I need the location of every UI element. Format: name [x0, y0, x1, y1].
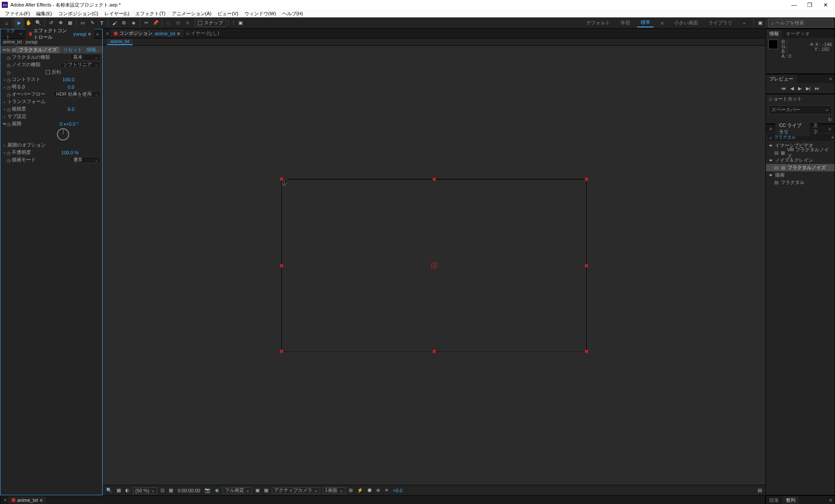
transparency-grid-icon[interactable]: ▩ — [168, 487, 174, 493]
resize-handle[interactable] — [433, 350, 436, 353]
roi-icon[interactable]: ⊡ — [160, 487, 165, 493]
resize-handle[interactable] — [585, 178, 588, 181]
preview-tab[interactable]: プレビュー — [766, 75, 797, 83]
minimize-button[interactable]: — — [786, 0, 802, 10]
snap-opts-icon[interactable]: ⋮⋮ — [226, 18, 236, 28]
3d-view-icon[interactable]: ▦ — [263, 487, 269, 493]
brush-tool[interactable]: 🖌 — [110, 18, 119, 28]
evolution-value[interactable]: 0 x+0.0 ° — [58, 121, 79, 127]
workspace-small[interactable]: 小さい画面 — [671, 19, 701, 27]
opacity-value[interactable]: 100.0 % — [60, 150, 79, 155]
effect-item-fractal[interactable]: ▤フラクタル — [766, 179, 835, 186]
snap-toggle[interactable]: スナップ — [195, 19, 226, 27]
resolution-dropdown[interactable]: フル画質⌄ — [223, 487, 252, 494]
mask-icon[interactable]: ◐ — [124, 487, 130, 493]
menu-edit[interactable]: 編集(E) — [33, 10, 55, 17]
effect-item-vr-fractal[interactable]: ▤▦VR フラクタルノイズ — [766, 149, 835, 157]
roto-tool[interactable]: ✂ — [141, 18, 151, 28]
prev-frame-button[interactable]: ◀ — [790, 86, 794, 91]
anchor-icon[interactable]: ⊕ — [183, 18, 192, 28]
effect-item-fractal-noise[interactable]: ▤▦フラクタルノイズ — [766, 164, 835, 171]
menu-file[interactable]: ファイル(F) — [2, 10, 33, 17]
menu-window[interactable]: ウィンドウ(W) — [241, 10, 279, 17]
sub-settings-group[interactable]: サブ設定 — [7, 113, 27, 120]
magnify-icon[interactable]: 🔍 — [105, 487, 113, 493]
stopwatch-icon[interactable]: ◷ — [7, 158, 11, 162]
noise-type-dropdown[interactable]: ソフトリニア⌄ — [60, 61, 100, 68]
snapshot-icon[interactable]: 📷 — [204, 487, 211, 493]
first-frame-button[interactable]: ⏮ — [781, 86, 786, 91]
draft3d-icon[interactable]: ⊕ — [375, 487, 381, 493]
invert-checkbox[interactable] — [46, 70, 50, 74]
align-tab[interactable]: 整列 — [782, 496, 799, 504]
menu-view[interactable]: ビュー(V) — [214, 10, 241, 17]
menu-animation[interactable]: アニメーション(A) — [169, 10, 215, 17]
stopwatch-icon[interactable]: ◷ — [7, 122, 11, 126]
help-search[interactable]: ⌕ ヘルプを検索 — [768, 19, 833, 27]
cc-lib-tab[interactable]: CC ライブラリ — [775, 121, 810, 136]
effect-header[interactable]: ⏷ fx ▤ フラクタルノイズ リセット 情報.. — [0, 46, 102, 53]
resize-handle[interactable] — [280, 350, 283, 353]
anchor-point[interactable] — [431, 263, 437, 268]
exposure-icon[interactable]: ☀ — [384, 487, 390, 493]
workspace-library[interactable]: ライブラリ — [705, 19, 736, 27]
stopwatch-icon[interactable]: ◷ — [7, 55, 11, 60]
blend-mode-dropdown[interactable]: 通常⌄ — [70, 157, 100, 163]
shortcut-dropdown[interactable]: スペースバー⌄ — [768, 105, 832, 114]
composition-tab[interactable]: コンポジション anime_txt ≡ — [110, 29, 183, 37]
maximize-button[interactable]: ❐ — [802, 0, 818, 10]
close-button[interactable]: ✕ — [818, 0, 833, 10]
brightness-value[interactable]: 0.0 — [66, 84, 74, 90]
panel-overflow-icon[interactable]: » — [94, 31, 100, 37]
panel-close[interactable]: × — [2, 497, 8, 503]
layer-tab[interactable]: レイヤー (なし) — [184, 29, 222, 37]
workspace-standard[interactable]: 標準 — [637, 18, 654, 27]
contrast-value[interactable]: 100.0 — [60, 77, 74, 82]
effect-reset[interactable]: リセット — [63, 47, 82, 53]
stopwatch-icon[interactable]: ◷ — [7, 92, 11, 97]
views-dropdown[interactable]: 1画面⌄ — [323, 487, 345, 494]
play-button[interactable]: ▶ — [798, 86, 802, 91]
evolution-options-group[interactable]: 展開のオプション — [7, 142, 47, 148]
channel-icon[interactable]: ◉ — [214, 487, 220, 493]
fractal-type-dropdown[interactable]: 基本⌄ — [70, 54, 100, 60]
clear-search-icon[interactable]: × — [831, 135, 834, 140]
menu-help[interactable]: ヘルプ(H) — [279, 10, 306, 17]
paragraph-tab[interactable]: 段落 — [766, 496, 782, 504]
shortcut-refresh-icon[interactable]: ↻ — [828, 117, 832, 123]
stopwatch-icon[interactable]: ◷ — [7, 85, 11, 89]
workspace-menu-icon[interactable]: ≡ — [657, 20, 667, 27]
menu-layer[interactable]: レイヤー(L) — [101, 10, 132, 17]
workspace-overflow-icon[interactable]: » — [739, 20, 749, 27]
char-tab[interactable]: 文字 — [810, 121, 825, 136]
panel-menu-close[interactable]: × — [104, 31, 110, 36]
exposure-value[interactable]: +0.0 — [392, 488, 404, 493]
mask-feather-icon[interactable]: ◇ — [164, 18, 173, 28]
effects-search-input[interactable] — [774, 135, 829, 140]
composition-viewer[interactable] — [103, 46, 765, 485]
render-queue-icon[interactable]: ▤ — [757, 487, 763, 493]
workspace-default[interactable]: デフォルト — [583, 19, 614, 27]
renderer-icon[interactable]: ⬢ — [367, 487, 373, 493]
resize-handle[interactable] — [280, 264, 283, 267]
text-tool[interactable]: T — [97, 18, 107, 28]
last-frame-button[interactable]: ⏭ — [815, 86, 819, 91]
workspace-learn[interactable]: 学習 — [617, 19, 634, 27]
panel-toggle-button[interactable]: ▣ — [755, 18, 765, 28]
stopwatch-icon[interactable]: ◷ — [7, 107, 11, 111]
stopwatch-icon[interactable]: ◷ — [7, 150, 11, 155]
effect-info[interactable]: 情報.. — [87, 47, 99, 53]
stopwatch-icon[interactable]: ◷ — [7, 77, 11, 82]
resize-handle[interactable] — [433, 178, 436, 181]
transform-group[interactable]: トランスフォーム — [7, 98, 47, 105]
info-tab[interactable]: 情報 — [766, 30, 782, 38]
overflow-dropdown[interactable]: HDR 効果を使用⌄ — [53, 91, 100, 97]
resize-handle[interactable] — [280, 178, 283, 181]
eraser-tool[interactable]: ◈ — [129, 18, 138, 28]
timeline-comp-tab[interactable]: anime_txt≡ — [8, 497, 46, 504]
audio-tab[interactable]: オーディオ — [782, 30, 813, 38]
effects-search[interactable]: ⌕ × — [768, 134, 833, 141]
grid-icon[interactable]: ▦ — [116, 487, 122, 493]
puppet-tool[interactable]: 📌 — [151, 18, 160, 28]
next-frame-button[interactable]: ▶| — [806, 86, 811, 91]
